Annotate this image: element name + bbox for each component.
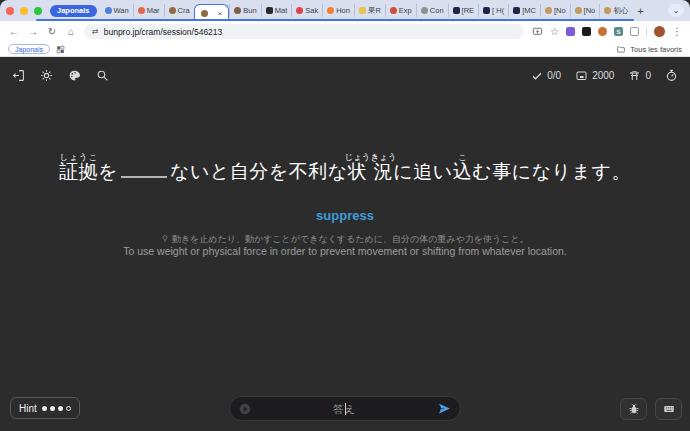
- browser-menu-icon[interactable]: ⋮: [672, 26, 682, 37]
- lightbulb-icon: [161, 234, 169, 243]
- browser-chrome: Japonais Wan Mar Cra × Bun Mat Sak Hon 果…: [0, 0, 690, 57]
- hint-dots: [42, 406, 71, 411]
- browser-tab[interactable]: Exp: [385, 4, 416, 17]
- site-info-icon[interactable]: ⇄: [92, 27, 99, 36]
- browser-tab[interactable]: 果R: [354, 4, 385, 17]
- tab-groups-grid-icon[interactable]: [56, 45, 65, 54]
- url-toolbar: ← → ↻ ⌂ ⇄ bunpro.jp/cram/session/546213 …: [0, 21, 690, 42]
- folder-icon: [616, 45, 626, 54]
- tab-favicon: [234, 7, 241, 14]
- session-toolbar: 0/0 2000 0: [12, 69, 678, 82]
- forward-icon[interactable]: →: [27, 26, 39, 37]
- address-bar[interactable]: ⇄ bunpro.jp/cram/session/546213: [84, 24, 524, 39]
- tab-favicon: [138, 7, 145, 14]
- flashcards-icon: [575, 70, 588, 82]
- tab-favicon: [513, 7, 520, 14]
- question-sentence: 証拠しょうこをないと自分を不利な状況じょうきょうに追い込こむ事になります。: [0, 153, 690, 185]
- tab-group-label[interactable]: Japonais: [50, 5, 97, 17]
- tab-group-line: [36, 19, 634, 21]
- tab-favicon: [545, 7, 552, 14]
- profile-avatar[interactable]: [654, 26, 665, 37]
- tab-close-icon[interactable]: ×: [218, 9, 223, 18]
- timer-stopwatch-icon[interactable]: [665, 69, 678, 82]
- reload-icon[interactable]: ↻: [46, 26, 58, 37]
- correct-count: 0/0: [531, 70, 561, 82]
- tab-favicon: [327, 7, 334, 14]
- settings-gear-icon[interactable]: [40, 69, 53, 82]
- toolbar-left: [12, 69, 109, 82]
- play-audio-button[interactable]: [238, 402, 252, 416]
- tab-favicon: [201, 10, 208, 17]
- browser-tab[interactable]: [ H(: [478, 4, 508, 17]
- answer-blank: [121, 161, 167, 178]
- tab-favicon: [359, 7, 366, 14]
- paper-plane-icon: [437, 402, 452, 415]
- hint-button[interactable]: Hint: [10, 397, 80, 419]
- browser-tab[interactable]: Hon: [322, 4, 354, 17]
- remaining-count: 2000: [575, 70, 614, 82]
- bookmark-group-pill[interactable]: Japonais: [8, 44, 50, 54]
- share-icon[interactable]: [532, 26, 543, 37]
- tab-favicon: [105, 7, 112, 14]
- tab-favicon: [483, 7, 490, 14]
- ghost-count: 0: [628, 70, 651, 82]
- exit-session-icon[interactable]: [12, 69, 25, 82]
- browser-tab[interactable]: [No: [570, 4, 600, 17]
- zoom-window-button[interactable]: [34, 7, 42, 15]
- answer-bar: [229, 396, 461, 421]
- url-text: bunpro.jp/cram/session/546213: [104, 27, 223, 37]
- target-word: suppress: [0, 208, 690, 223]
- browser-tab[interactable]: Cra: [164, 4, 194, 17]
- home-icon[interactable]: ⌂: [65, 26, 77, 37]
- tabs: Wan Mar Cra × Bun Mat Sak Hon 果R Exp Con…: [101, 0, 684, 21]
- extension-icon[interactable]: S: [614, 27, 623, 36]
- tab-favicon: [575, 7, 582, 14]
- tab-favicon: [421, 7, 428, 14]
- theme-palette-icon[interactable]: [68, 69, 81, 82]
- tab-favicon: [296, 7, 303, 14]
- browser-tab[interactable]: [No: [540, 4, 570, 17]
- torii-icon: [628, 70, 641, 82]
- browser-tab[interactable]: [MC: [508, 4, 540, 17]
- bunpro-cram-session: 0/0 2000 0 証拠しょうこをないと自分を不利な状況じょうきょうに追い込こ…: [0, 57, 690, 431]
- bookmark-star-icon[interactable]: ☆: [550, 26, 559, 37]
- tab-search-chevron-icon[interactable]: ⌄: [668, 4, 684, 17]
- browser-tab[interactable]: Mar: [133, 4, 164, 17]
- corner-buttons: [620, 398, 682, 420]
- hint-english: To use weight or physical force in order…: [0, 245, 690, 257]
- extension-icon[interactable]: [566, 27, 575, 36]
- bookmarks-bar: Japonais Tous les favoris: [0, 42, 690, 57]
- tab-favicon: [169, 7, 176, 14]
- new-tab-button[interactable]: +: [632, 5, 648, 17]
- browser-tab[interactable]: [RE: [448, 4, 479, 17]
- bug-icon: [628, 403, 640, 415]
- toolbar-stats: 0/0 2000 0: [531, 69, 678, 82]
- all-bookmarks[interactable]: Tous les favoris: [616, 45, 682, 54]
- minimize-window-button[interactable]: [20, 7, 28, 15]
- keyboard-toggle-button[interactable]: [655, 398, 682, 420]
- check-icon: [531, 70, 543, 82]
- report-bug-button[interactable]: [620, 398, 647, 420]
- browser-tab[interactable]: Wan: [101, 4, 133, 17]
- keyboard-icon: [662, 403, 676, 415]
- search-icon[interactable]: [96, 69, 109, 82]
- send-button[interactable]: [437, 402, 452, 415]
- browser-tab[interactable]: Sak: [291, 4, 322, 17]
- close-window-button[interactable]: [6, 7, 14, 15]
- toolbar-right: ☆ S ⋮: [532, 26, 682, 37]
- text-caret: [345, 403, 346, 415]
- traffic-lights: [6, 7, 42, 15]
- extensions-menu-icon[interactable]: [630, 27, 639, 36]
- browser-tab[interactable]: Mat: [261, 4, 292, 17]
- browser-tab[interactable]: Bun: [229, 4, 260, 17]
- extension-icon[interactable]: [582, 27, 591, 36]
- browser-tab[interactable]: Con: [416, 4, 448, 17]
- answer-input-wrap: [252, 397, 437, 420]
- browser-tab[interactable]: 初心: [599, 4, 632, 17]
- divider: [646, 27, 647, 37]
- tab-favicon: [604, 7, 611, 14]
- tab-favicon: [390, 7, 397, 14]
- extension-icon[interactable]: [598, 27, 607, 36]
- back-icon[interactable]: ←: [8, 26, 20, 37]
- tab-favicon: [266, 7, 273, 14]
